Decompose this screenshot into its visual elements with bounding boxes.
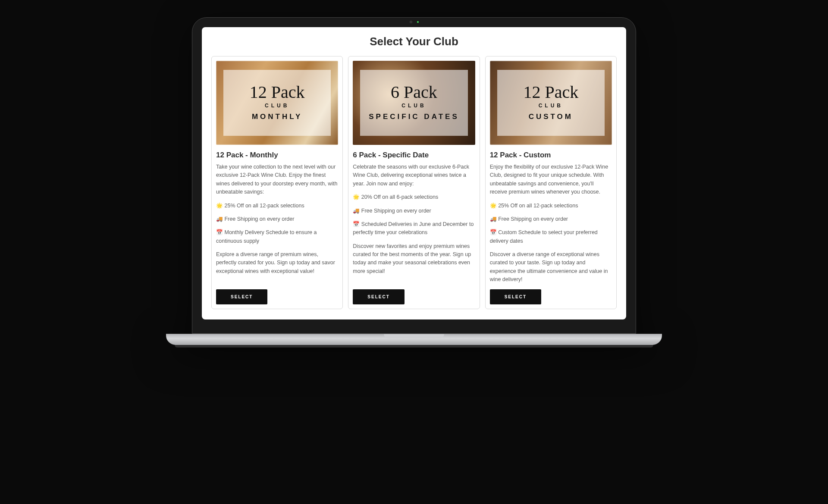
laptop-base <box>166 334 662 345</box>
select-button[interactable]: SELECT <box>353 289 404 304</box>
club-outro: Discover new favorites and enjoy premium… <box>353 242 475 276</box>
club-intro: Enjoy the flexibility of our exclusive 1… <box>490 163 612 197</box>
club-bullet-3: 📅 Custom Schedule to select your preferr… <box>490 229 612 245</box>
screen-content: Select Your Club 12 Pack CLUB MONTHLY 12… <box>202 27 626 319</box>
hero-script: 6 Pack <box>391 84 437 101</box>
club-bullet-1: 🌟 25% Off on all 12-pack selections <box>490 202 612 210</box>
club-title: 12 Pack - Custom <box>490 151 612 160</box>
club-title: 12 Pack - Monthly <box>216 151 338 160</box>
status-led-icon <box>417 21 419 23</box>
hero-sub: CLUB <box>265 103 289 109</box>
club-bullet-2: 🚚 Free Shipping on every order <box>216 215 338 223</box>
club-outro: Explore a diverse range of premium wines… <box>216 250 338 275</box>
laptop-feet <box>175 345 653 347</box>
select-button[interactable]: SELECT <box>490 289 541 304</box>
club-outro: Discover a diverse range of exceptional … <box>490 250 612 284</box>
club-bullet-1: 🌟 25% Off on all 12-pack selections <box>216 202 338 210</box>
laptop-mockup: Select Your Club 12 Pack CLUB MONTHLY 12… <box>192 17 636 347</box>
screen-bezel: Select Your Club 12 Pack CLUB MONTHLY 12… <box>192 17 636 334</box>
club-bullet-2: 🚚 Free Shipping on every order <box>490 215 612 223</box>
page-title: Select Your Club <box>211 35 617 48</box>
notch <box>388 18 440 26</box>
club-card-monthly: 12 Pack CLUB MONTHLY 12 Pack - Monthly T… <box>211 56 343 309</box>
club-intro: Take your wine collection to the next le… <box>216 163 338 197</box>
club-intro: Celebrate the seasons with our exclusive… <box>353 163 475 188</box>
hero-tag: MONTHLY <box>252 112 303 122</box>
hero-tag: CUSTOM <box>529 112 573 122</box>
hero-panel: 12 Pack CLUB MONTHLY <box>223 70 331 135</box>
club-bullet-1: 🌟 20% Off on all 6-pack selections <box>353 193 475 201</box>
club-card-specific-date: 6 Pack CLUB SPECIFIC DATES 6 Pack - Spec… <box>348 56 480 309</box>
club-card-custom: 12 Pack CLUB CUSTOM 12 Pack - Custom Enj… <box>485 56 617 309</box>
club-cards-row: 12 Pack CLUB MONTHLY 12 Pack - Monthly T… <box>211 56 617 309</box>
club-hero: 6 Pack CLUB SPECIFIC DATES <box>353 61 475 145</box>
camera-icon <box>409 20 413 24</box>
club-title: 6 Pack - Specific Date <box>353 151 475 160</box>
hero-sub: CLUB <box>401 103 426 109</box>
hero-panel: 6 Pack CLUB SPECIFIC DATES <box>360 70 467 135</box>
hero-script: 12 Pack <box>250 84 305 101</box>
club-bullet-2: 🚚 Free Shipping on every order <box>353 207 475 215</box>
hero-sub: CLUB <box>539 103 563 109</box>
club-hero: 12 Pack CLUB CUSTOM <box>490 61 612 145</box>
hero-panel: 12 Pack CLUB CUSTOM <box>497 70 605 135</box>
club-bullet-3: 📅 Monthly Delivery Schedule to ensure a … <box>216 229 338 245</box>
hero-tag: SPECIFIC DATES <box>369 112 459 122</box>
select-button[interactable]: SELECT <box>216 289 267 304</box>
club-bullet-3: 📅 Scheduled Deliveries in June and Decem… <box>353 220 475 237</box>
hero-script: 12 Pack <box>523 84 578 101</box>
club-hero: 12 Pack CLUB MONTHLY <box>216 61 338 145</box>
